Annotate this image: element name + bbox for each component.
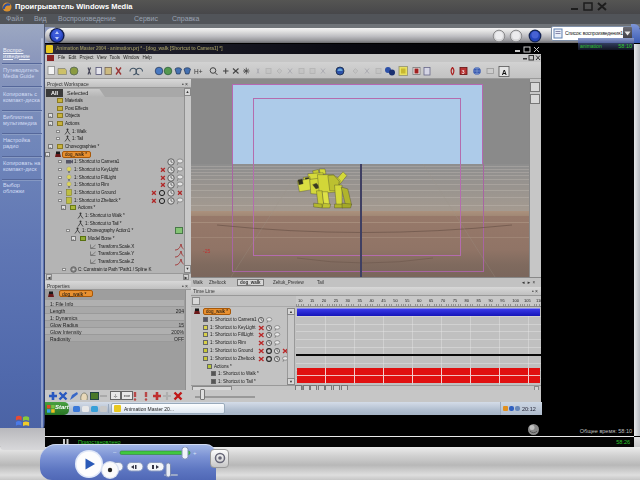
svg-text:A: A xyxy=(502,69,507,76)
svg-text:H+: H+ xyxy=(194,68,203,75)
svg-text:+: + xyxy=(193,450,197,456)
svg-text:–: – xyxy=(113,449,117,455)
svg-text:3: 3 xyxy=(462,69,465,75)
